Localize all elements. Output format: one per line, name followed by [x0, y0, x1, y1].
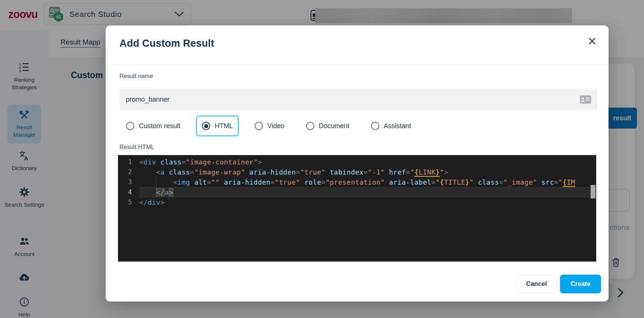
code-line-4: 4 </a> [118, 187, 596, 197]
radio-label: Assistant [384, 122, 411, 130]
add-custom-result-modal: Add Custom Result × Result name Custom r… [106, 25, 609, 302]
result-type-options: Custom resultHTMLVideoDocumentAssistant [119, 114, 417, 138]
result-html-label: Result HTML [119, 144, 154, 151]
line-number: 2 [118, 167, 139, 177]
editor-scrollbar-thumb[interactable] [591, 185, 595, 198]
code-editor[interactable]: 1<div class="image-container">2 <a class… [118, 155, 596, 262]
radio-label: Video [267, 122, 284, 130]
result-name-field [119, 89, 597, 110]
modal-title: Add Custom Result [119, 38, 214, 49]
radio-circle-icon [306, 122, 314, 130]
code-line-1: 1<div class="image-container"> [118, 157, 596, 167]
code-line-3: 3 <img alt="" aria-hidden="true" role="p… [118, 177, 596, 187]
radio-circle-icon [202, 122, 210, 130]
radio-label: Document [319, 122, 349, 130]
radio-assistant[interactable]: Assistant [365, 115, 417, 136]
radio-document[interactable]: Document [300, 115, 355, 136]
contact-card-icon[interactable] [580, 95, 591, 104]
code-lines: 1<div class="image-container">2 <a class… [118, 157, 596, 207]
radio-custom-result[interactable]: Custom result [120, 115, 186, 136]
code-line-2: 2 <a class="image-wrap" aria-hidden="tru… [118, 167, 596, 177]
close-icon[interactable]: × [584, 33, 600, 49]
radio-circle-icon [255, 122, 263, 130]
result-name-label: Result name [119, 73, 153, 80]
line-number: 5 [118, 197, 139, 207]
radio-html[interactable]: HTML [196, 115, 239, 136]
header-divider [106, 64, 609, 65]
cancel-button[interactable]: Cancel [516, 275, 557, 293]
create-button[interactable]: Create [560, 275, 601, 293]
code-line-5: 5</div> [118, 197, 596, 207]
result-name-input[interactable] [119, 89, 597, 110]
radio-circle-icon [126, 122, 134, 130]
line-number: 1 [118, 157, 139, 167]
radio-video[interactable]: Video [249, 115, 290, 136]
radio-circle-icon [371, 122, 379, 130]
line-number: 3 [118, 177, 139, 187]
radio-label: Custom result [139, 122, 180, 130]
radio-label: HTML [215, 122, 233, 130]
line-number: 4 [118, 187, 139, 197]
